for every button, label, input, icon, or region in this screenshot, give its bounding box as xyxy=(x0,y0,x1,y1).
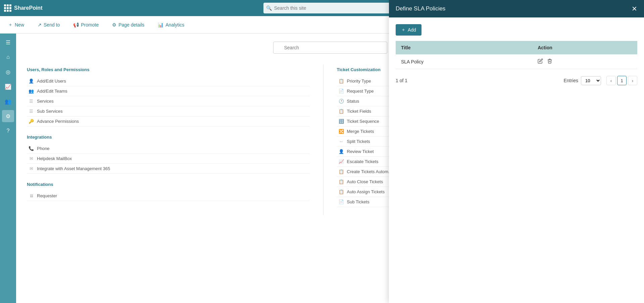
analytics-button[interactable]: 📊 Analytics xyxy=(155,21,187,29)
waffle-icon[interactable] xyxy=(4,4,11,12)
edit-button[interactable] xyxy=(538,58,543,65)
sidebar: ☰ ⌂ ◎ 📈 👥 ⚙ ? xyxy=(0,34,16,303)
entries-control: Entries 10 25 50 100 xyxy=(563,76,601,85)
section-users-roles: Users, Roles and Permissions 👤 Add/Edit … xyxy=(27,67,310,127)
add-icon: ＋ xyxy=(401,27,406,33)
menu-item-add-edit-users[interactable]: 👤 Add/Edit Users xyxy=(27,76,310,86)
analytics-icon: 📊 xyxy=(158,22,163,28)
permissions-icon: 🔑 xyxy=(28,119,34,124)
promote-icon: 📢 xyxy=(73,22,79,28)
page-details-icon: ⚙ xyxy=(112,22,116,28)
search-icon: 🔍 xyxy=(266,5,272,11)
sidebar-item-menu[interactable]: ☰ xyxy=(2,36,14,48)
prev-page-button[interactable]: ‹ xyxy=(606,76,616,85)
request-type-icon: 📄 xyxy=(338,89,344,94)
col-action: Action xyxy=(532,41,637,54)
create-tickets-icon: 📋 xyxy=(338,169,344,174)
priority-icon: 📋 xyxy=(338,79,344,84)
entries-select[interactable]: 10 25 50 100 xyxy=(581,76,601,85)
app-logo[interactable]: SharePoint xyxy=(4,4,42,12)
phone-icon: 📞 xyxy=(28,146,34,151)
pagination-summary: 1 of 1 xyxy=(396,78,407,83)
sla-table: Title Action SLA Policy xyxy=(396,41,637,69)
next-page-button[interactable]: › xyxy=(628,76,637,85)
ticket-fields-icon: 📋 xyxy=(338,109,344,114)
menu-item-services[interactable]: ☰ Services xyxy=(27,96,310,106)
sla-panel-title: Define SLA Policies xyxy=(396,5,445,12)
pagination-bar: 1 of 1 Entries 10 25 50 100 ‹ 1 xyxy=(396,76,637,85)
sidebar-item-settings[interactable]: ⚙ xyxy=(2,110,14,122)
review-icon: 👤 xyxy=(338,149,344,154)
auto-close-icon: 📋 xyxy=(338,179,344,184)
content-search-input[interactable] xyxy=(273,42,387,54)
merge-icon: 🔀 xyxy=(338,129,344,134)
sidebar-item-users[interactable]: 👥 xyxy=(2,95,14,107)
menu-item-requester[interactable]: 🖥 Requester xyxy=(27,191,310,201)
left-column: Users, Roles and Permissions 👤 Add/Edit … xyxy=(27,64,324,215)
sla-panel: Define SLA Policies ✕ ＋ Add Title Action… xyxy=(389,0,644,303)
sla-policy-title: SLA Policy xyxy=(396,54,532,69)
send-icon: ↗ xyxy=(38,22,42,28)
sla-close-button[interactable]: ✕ xyxy=(632,5,637,12)
sidebar-item-analytics[interactable]: 📈 xyxy=(2,81,14,93)
services-icon: ☰ xyxy=(28,99,34,104)
escalate-icon: 📈 xyxy=(338,159,344,164)
users-icon: 👤 xyxy=(28,79,34,84)
plus-icon: ＋ xyxy=(8,22,13,28)
mailbox-icon: ✉ xyxy=(28,156,34,161)
sla-header: Define SLA Policies ✕ xyxy=(389,0,644,17)
current-page: 1 xyxy=(617,76,627,85)
new-button[interactable]: ＋ New xyxy=(5,20,27,29)
send-to-button[interactable]: ↗ Send to xyxy=(35,21,62,29)
sidebar-item-help[interactable]: ? xyxy=(2,125,14,137)
section-integrations: Integrations 📞 Phone ✉ Helpdesk MailBox … xyxy=(27,135,310,174)
sub-services-icon: ☰ xyxy=(28,109,34,114)
page-details-button[interactable]: ⚙ Page details xyxy=(109,21,147,29)
sla-panel-body: ＋ Add Title Action SLA Policy xyxy=(389,17,644,303)
delete-button[interactable] xyxy=(547,58,552,65)
section-title-notifications: Notifications xyxy=(27,182,310,187)
col-title: Title xyxy=(396,41,532,54)
main-layout: ☰ ⌂ ◎ 📈 👥 ⚙ ? 🔍 Users, Roles and Permiss… xyxy=(0,34,644,303)
menu-item-add-edit-teams[interactable]: 👥 Add/Edit Teams xyxy=(27,86,310,96)
entries-label: Entries xyxy=(563,78,578,83)
status-icon: 🕐 xyxy=(338,99,344,104)
section-title-integrations: Integrations xyxy=(27,135,310,140)
menu-item-sub-services[interactable]: ☰ Sub Services xyxy=(27,106,310,116)
table-row: SLA Policy xyxy=(396,54,637,69)
table-header-row: Title Action xyxy=(396,41,637,54)
menu-item-phone[interactable]: 📞 Phone xyxy=(27,144,310,154)
asset-icon: ✉ xyxy=(28,166,34,171)
split-icon: ↔ xyxy=(338,139,344,144)
content-search-wrap: 🔍 xyxy=(273,42,387,54)
section-notifications: Notifications 🖥 Requester xyxy=(27,182,310,201)
app-name: SharePoint xyxy=(14,5,42,11)
sla-actions-cell xyxy=(532,54,637,69)
action-icons xyxy=(538,58,632,65)
promote-button[interactable]: 📢 Promote xyxy=(70,21,101,29)
sidebar-item-browse[interactable]: ◎ xyxy=(2,66,14,78)
page-nav: ‹ 1 › xyxy=(606,76,637,85)
teams-icon: 👥 xyxy=(28,89,34,94)
auto-assign-icon: 📋 xyxy=(338,189,344,194)
sub-tickets-icon: 📄 xyxy=(338,199,344,204)
sidebar-item-home[interactable]: ⌂ xyxy=(2,51,14,63)
requester-icon: 🖥 xyxy=(28,193,34,198)
menu-item-helpdesk-mailbox[interactable]: ✉ Helpdesk MailBox xyxy=(27,154,310,164)
menu-item-asset-management[interactable]: ✉ Integrate with Asset Management 365 xyxy=(27,164,310,174)
menu-item-advance-permissions[interactable]: 🔑 Advance Permissions xyxy=(27,116,310,127)
section-title-users: Users, Roles and Permissions xyxy=(27,67,310,72)
ticket-sequence-icon: 🔢 xyxy=(338,119,344,124)
add-sla-button[interactable]: ＋ Add xyxy=(396,24,422,36)
